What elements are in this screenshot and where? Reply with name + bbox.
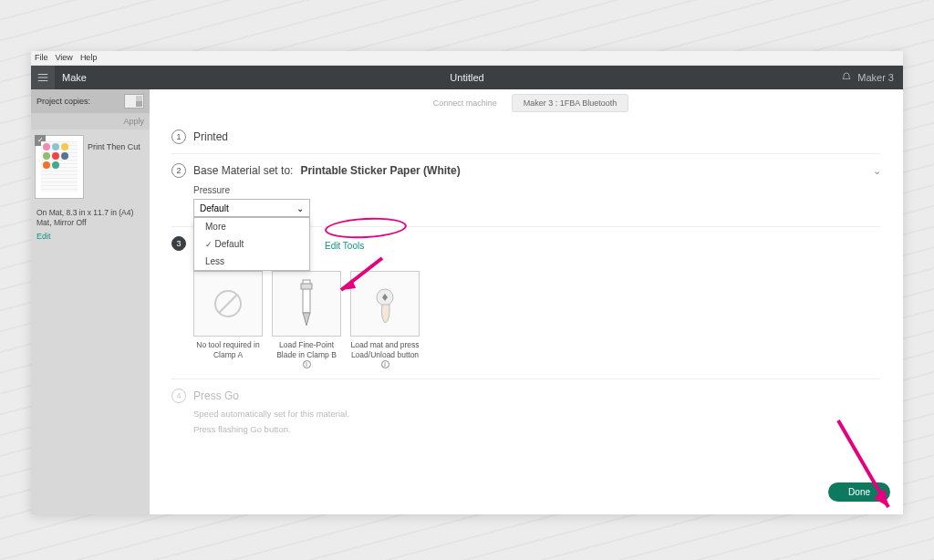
step-2-badge: 2: [171, 163, 186, 178]
mat-info: On Mat, 8.3 in x 11.7 in (A4) Mat, Mirro…: [31, 204, 150, 232]
step-press-go: 4 Press Go Speed automatically set for t…: [171, 379, 881, 443]
make-label: Make: [62, 72, 87, 83]
edit-link[interactable]: Edit: [31, 232, 150, 241]
tool-card-b: Load Fine-Point Blade in Clamp B i: [272, 271, 341, 369]
blade-icon: [288, 276, 325, 331]
sidebar: Project copies: Apply Print Then Cut On …: [31, 89, 150, 514]
edit-tools-link[interactable]: Edit Tools: [325, 241, 364, 251]
copies-stepper[interactable]: [124, 94, 144, 109]
pressure-option-default[interactable]: Default: [194, 235, 309, 253]
step-2-material: Printable Sticker Paper (White): [300, 164, 460, 177]
mode-label: Print Then Cut: [88, 135, 140, 199]
device-label[interactable]: Maker 3: [857, 72, 894, 83]
top-bar: Make Untitled Maker 3: [31, 66, 903, 89]
device-pill[interactable]: Maker 3 : 1FBA Bluetooth: [512, 94, 629, 112]
svg-marker-4: [303, 313, 310, 326]
menu-icon: [36, 71, 49, 84]
svg-line-1: [219, 295, 237, 313]
info-icon[interactable]: i: [303, 360, 311, 368]
menu-bar: File View Help: [31, 51, 903, 66]
step-1-badge: 1: [171, 130, 186, 144]
project-copies-row: Project copies:: [31, 89, 150, 113]
copies-label: Project copies:: [36, 97, 90, 106]
connect-machine-button[interactable]: Connect machine: [424, 95, 506, 111]
tool-a-caption: No tool required in Clamp A: [193, 340, 263, 359]
tool-card-c: Load mat and press Load/Unload button i: [350, 271, 420, 369]
menu-help[interactable]: Help: [80, 53, 98, 63]
pressure-select[interactable]: Default ⌄: [193, 199, 310, 217]
step-1-title: Printed: [193, 130, 228, 143]
menu-view[interactable]: View: [56, 53, 73, 63]
tool-c-caption: Load mat and press Load/Unload button i: [350, 340, 420, 369]
press-button-icon: [362, 281, 408, 327]
tool-card-a: No tool required in Clamp A: [193, 271, 263, 369]
done-button[interactable]: Done: [828, 482, 890, 502]
step-2-prefix: Base Material set to:: [193, 164, 293, 177]
main-panel: Connect machine Maker 3 : 1FBA Bluetooth…: [150, 89, 903, 514]
step-printed: 1 Printed: [171, 120, 881, 154]
bell-icon[interactable]: [841, 72, 852, 83]
chevron-down-icon: ⌄: [296, 203, 304, 213]
pressure-option-less[interactable]: Less: [194, 253, 309, 270]
step-4-title: Press Go: [193, 389, 239, 402]
step-3-badge: 3: [171, 236, 186, 251]
app-window: File View Help Make Untitled Maker 3 Pro…: [31, 51, 903, 514]
step-4-badge: 4: [171, 389, 186, 403]
pressure-value: Default: [200, 203, 229, 213]
no-tool-icon: [210, 285, 246, 322]
step-4-line-1: Speed automatically set for this materia…: [193, 409, 881, 419]
svg-rect-3: [301, 284, 312, 289]
hamburger-button[interactable]: [31, 66, 55, 89]
apply-button[interactable]: Apply: [31, 113, 150, 130]
menu-file[interactable]: File: [35, 53, 48, 63]
pressure-dropdown: More Default Less: [193, 217, 310, 271]
tool-b-caption: Load Fine-Point Blade in Clamp B i: [272, 340, 341, 369]
project-title: Untitled: [450, 72, 483, 83]
pressure-option-more[interactable]: More: [194, 218, 309, 235]
pressure-label: Pressure: [193, 185, 881, 195]
step-4-line-2: Press flashing Go button.: [193, 424, 881, 434]
chevron-down-icon[interactable]: ⌄: [873, 165, 881, 177]
info-icon[interactable]: i: [381, 360, 389, 368]
mat-thumbnail[interactable]: [35, 135, 84, 199]
step-base-material[interactable]: 2 Base Material set to: Printable Sticke…: [171, 154, 881, 227]
